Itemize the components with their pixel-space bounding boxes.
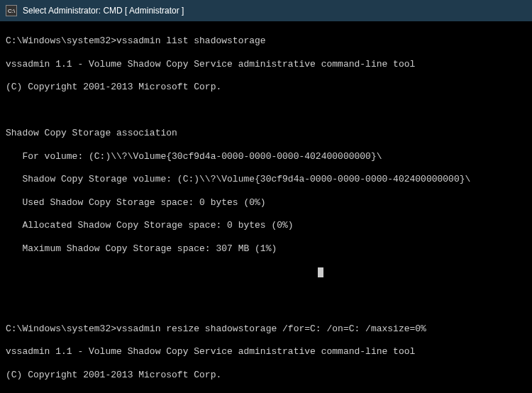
blank-line	[6, 277, 526, 289]
allocated-space-line: Allocated Shadow Copy Storage space: 0 b…	[6, 220, 526, 231]
blank-line	[6, 301, 526, 312]
maximum-space-line: Maximum Shadow Copy Storage space: 307 M…	[6, 243, 526, 255]
banner-line: vssadmin 1.1 - Volume Shadow Copy Servic…	[6, 346, 526, 358]
cmd-icon: C:\	[6, 5, 17, 16]
banner-line: vssadmin 1.1 - Volume Shadow Copy Servic…	[6, 59, 526, 70]
used-space-line: Used Shadow Copy Storage space: 0 bytes …	[6, 197, 526, 209]
storage-volume-line: Shadow Copy Storage volume: (C:)\\?\Volu…	[6, 174, 526, 185]
for-volume-line: For volume: (C:)\\?\Volume{30cf9d4a-0000…	[6, 151, 526, 162]
copyright-line: (C) Copyright 2001-2013 Microsoft Corp.	[6, 82, 526, 93]
command-line: C:\Windows\system32>vssadmin resize shad…	[6, 323, 526, 335]
section-title: Shadow Copy Storage association	[6, 128, 526, 139]
blank-line	[6, 105, 526, 116]
command-line: C:\Windows\system32>vssadmin list shadow…	[6, 35, 526, 47]
terminal-output-area[interactable]: C:\Windows\system32>vssadmin list shadow…	[0, 21, 532, 393]
window-title-bar[interactable]: C:\ Select Administrator: CMD [ Administ…	[0, 0, 532, 21]
window-title-text: Select Administrator: CMD [ Administrato…	[23, 6, 184, 16]
copyright-line: (C) Copyright 2001-2013 Microsoft Corp.	[6, 370, 526, 381]
text-cursor	[318, 267, 323, 277]
